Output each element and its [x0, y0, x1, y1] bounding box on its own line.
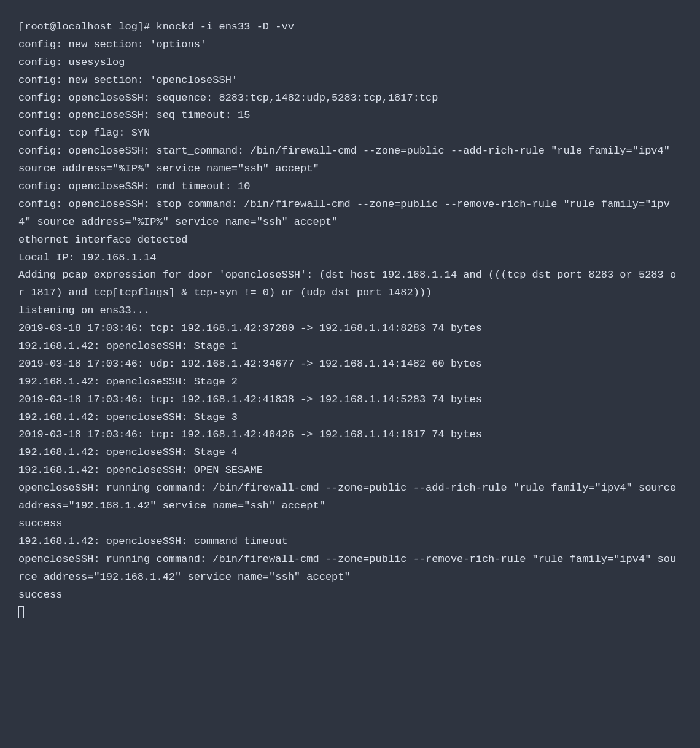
output-line: config: opencloseSSH: seq_timeout: 15 [18, 109, 250, 121]
output-line: opencloseSSH: running command: /bin/fire… [18, 482, 682, 512]
block-cursor-icon [18, 606, 24, 618]
output-line: 192.168.1.42: opencloseSSH: OPEN SESAME [18, 464, 263, 476]
output-line: 2019-03-18 17:03:46: udp: 192.168.1.42:3… [18, 358, 482, 370]
output-line: config: new section: 'options' [18, 39, 206, 50]
output-line: Adding pcap expression for door 'openclo… [18, 269, 676, 298]
output-line: opencloseSSH: running command: /bin/fire… [18, 553, 676, 583]
output-line: config: opencloseSSH: sequence: 8283:tcp… [18, 92, 438, 104]
output-line: 192.168.1.42: opencloseSSH: Stage 2 [18, 376, 238, 388]
output-line: success [18, 518, 62, 529]
output-line: 192.168.1.42: opencloseSSH: Stage 4 [18, 446, 238, 458]
output-line: 2019-03-18 17:03:46: tcp: 192.168.1.42:4… [18, 394, 482, 405]
output-line: 192.168.1.42: opencloseSSH: Stage 3 [18, 411, 238, 423]
output-line: config: usesyslog [18, 56, 125, 68]
output-line: success [18, 589, 62, 601]
output-line: Local IP: 192.168.1.14 [18, 252, 156, 263]
output-line: 2019-03-18 17:03:46: tcp: 192.168.1.42:4… [18, 429, 482, 440]
output-line: config: opencloseSSH: start_command: /bi… [18, 145, 676, 174]
output-line: 192.168.1.42: opencloseSSH: Stage 1 [18, 340, 238, 352]
output-line: ethernet interface detected [18, 234, 187, 246]
command-input: knockd -i ens33 -D -vv [156, 21, 294, 33]
output-line: 192.168.1.42: opencloseSSH: command time… [18, 536, 288, 547]
output-line: config: opencloseSSH: stop_command: /bin… [18, 198, 670, 228]
shell-prompt: [root@localhost log]# [18, 21, 156, 33]
output-line: 2019-03-18 17:03:46: tcp: 192.168.1.42:3… [18, 322, 482, 334]
output-line: config: tcp flag: SYN [18, 127, 150, 139]
output-line: listening on ens33... [18, 305, 150, 316]
output-line: config: new section: 'opencloseSSH' [18, 74, 238, 86]
output-line: config: opencloseSSH: cmd_timeout: 10 [18, 181, 250, 192]
terminal-output[interactable]: [root@localhost log]# knockd -i ens33 -D… [18, 18, 682, 621]
